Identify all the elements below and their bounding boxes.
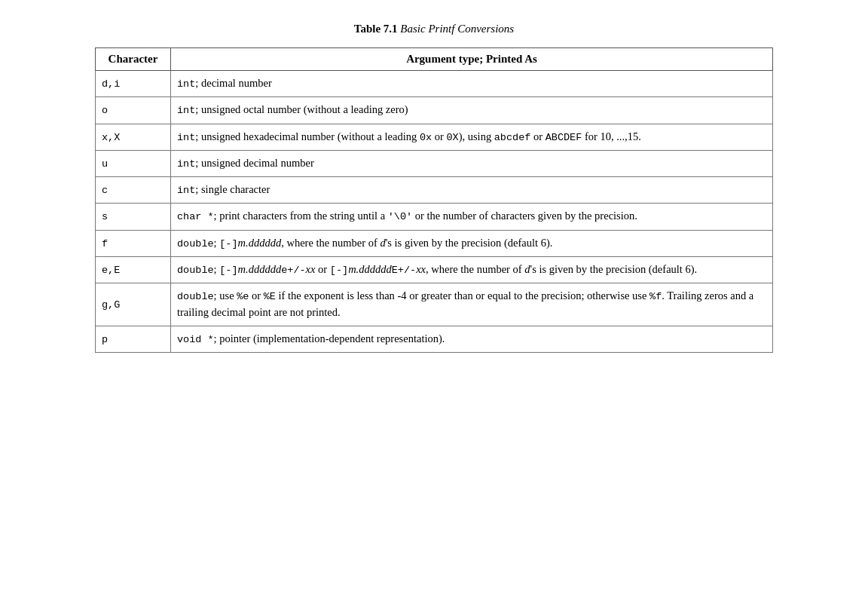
col-character-header: Character — [96, 48, 171, 71]
table-row: cint; single character — [96, 177, 773, 204]
description-cell: double; [-]m.dddddde+/-xx or [-]m.dddddd… — [171, 256, 773, 283]
description-cell: int; decimal number — [171, 71, 773, 97]
table-row: pvoid *; pointer (implementation-depende… — [96, 326, 773, 353]
description-cell: int; single character — [171, 177, 773, 204]
table-row: uint; unsigned decimal number — [96, 150, 773, 176]
char-cell: d,i — [96, 71, 171, 97]
char-cell: o — [96, 97, 171, 124]
description-cell: int; unsigned decimal number — [171, 150, 773, 176]
table-row: fdouble; [-]m.dddddd, where the number o… — [96, 230, 773, 256]
table-row: g,Gdouble; use %e or %E if the exponent … — [96, 283, 773, 326]
description-cell: char *; print characters from the string… — [171, 204, 773, 230]
char-cell: c — [96, 177, 171, 204]
char-cell: f — [96, 230, 171, 256]
char-cell: p — [96, 326, 171, 353]
char-cell: s — [96, 204, 171, 230]
description-cell: int; unsigned hexadecimal number (withou… — [171, 124, 773, 150]
page-title: Table 7.1 Basic Printf Conversions — [354, 23, 514, 35]
char-cell: u — [96, 150, 171, 176]
table-row: oint; unsigned octal number (without a l… — [96, 97, 773, 124]
table-row: x,Xint; unsigned hexadecimal number (wit… — [96, 124, 773, 150]
description-cell: double; use %e or %E if the exponent is … — [171, 283, 773, 326]
table-row: e,Edouble; [-]m.dddddde+/-xx or [-]m.ddd… — [96, 256, 773, 283]
col-description-header: Argument type; Printed As — [171, 48, 773, 71]
description-cell: void *; pointer (implementation-dependen… — [171, 326, 773, 353]
char-cell: e,E — [96, 256, 171, 283]
char-cell: x,X — [96, 124, 171, 150]
description-cell: double; [-]m.dddddd, where the number of… — [171, 230, 773, 256]
conversions-table: Character Argument type; Printed As d,ii… — [95, 47, 773, 353]
description-cell: int; unsigned octal number (without a le… — [171, 97, 773, 124]
table-row: schar *; print characters from the strin… — [96, 204, 773, 230]
char-cell: g,G — [96, 283, 171, 326]
table-row: d,iint; decimal number — [96, 71, 773, 97]
